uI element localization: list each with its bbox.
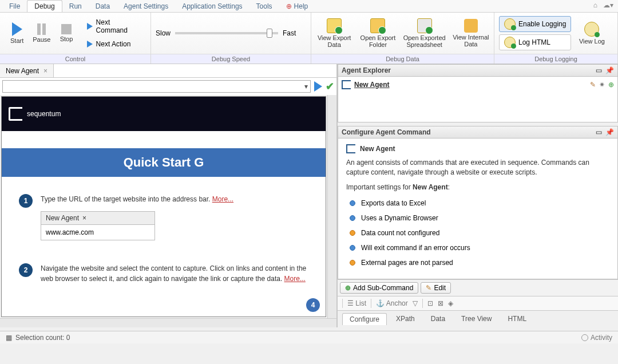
edit-icon: ✎ (426, 284, 431, 292)
step-1-badge: 1 (19, 194, 33, 208)
group-label: Control (0, 54, 150, 64)
data-icon (327, 18, 342, 33)
step-2-badge: 2 (19, 263, 33, 277)
edit-icon[interactable]: ✎ (590, 81, 596, 89)
quick-start-title: Quick Start G (2, 148, 326, 177)
chevron-down-icon[interactable]: ▾ (304, 82, 308, 90)
pin-icon[interactable]: 📌 (605, 66, 614, 74)
plus-icon: ⊕ (345, 284, 351, 292)
list-button[interactable]: ☰ List (347, 299, 366, 307)
config-bullet: Exports data to Excel (350, 196, 609, 211)
config-description: An agent consists of commands that are e… (346, 158, 609, 177)
gear-icon[interactable]: ✷ (599, 81, 605, 89)
group-label: Debug Logging (494, 54, 617, 64)
window-icon[interactable]: ▭ (596, 66, 602, 74)
agent-explorer-header: Agent Explorer ▭📌 (338, 64, 618, 77)
view-export-data-button[interactable]: View Export Data (316, 18, 352, 48)
menu-run[interactable]: Run (62, 1, 89, 12)
selection-icon: ▦ (6, 334, 12, 342)
bullet-icon (350, 245, 355, 251)
speed-slider[interactable] (175, 32, 278, 34)
address-bar[interactable]: ▾ (2, 80, 311, 93)
agent-icon (346, 144, 355, 153)
view-log-button[interactable]: View Log (576, 22, 608, 45)
edit-button[interactable]: ✎Edit (421, 282, 451, 294)
fast-label: Fast (283, 29, 296, 37)
tool-icon-2[interactable]: ⊠ (438, 299, 443, 307)
browser-view[interactable]: sequentum Quick Start G 1 Type the URL o… (1, 96, 326, 317)
menu-file[interactable]: File (2, 1, 27, 12)
target-icon[interactable]: ◈ (448, 299, 453, 307)
view-internal-data-button[interactable]: View Internal Data (453, 19, 489, 48)
ribbon: Start Pause Stop Next Command Next Actio… (0, 13, 618, 64)
menubar: File Debug Run Data Agent Settings Appli… (0, 0, 618, 13)
tab-new-agent[interactable]: New Agent× (0, 64, 54, 77)
pin-icon[interactable]: 📌 (605, 128, 614, 136)
step-4-badge: 4 (306, 298, 320, 312)
scrollbar-vertical[interactable] (327, 95, 336, 318)
tab-xpath[interactable]: XPath (389, 313, 422, 325)
open-exported-spreadsheet-button[interactable]: Open Exported Spreadsheet (403, 18, 446, 48)
gear-icon (464, 19, 478, 33)
menu-help[interactable]: ⊕Help (279, 1, 315, 12)
menu-data[interactable]: Data (89, 1, 117, 12)
pause-button[interactable]: Pause (29, 23, 54, 43)
start-button[interactable]: Start (5, 22, 29, 44)
more-link[interactable]: More... (284, 275, 306, 283)
menu-debug[interactable]: Debug (27, 0, 62, 12)
add-icon[interactable]: ⊕ (608, 81, 614, 89)
config-bullet: External pages are not parsed (350, 255, 609, 270)
selection-count: Selection count: 0 (15, 334, 70, 342)
log-html-button[interactable]: Log HTML (499, 34, 571, 50)
close-icon[interactable]: × (43, 67, 47, 75)
menu-tools[interactable]: Tools (249, 1, 279, 12)
activity-button[interactable]: Activity (581, 334, 612, 342)
folder-icon (370, 18, 385, 33)
tab-data[interactable]: Data (424, 313, 452, 325)
scrollbar-horizontal[interactable] (0, 318, 336, 327)
tab-tree-view[interactable]: Tree View (454, 313, 498, 325)
group-label: Debug Data (311, 54, 494, 64)
run-button[interactable] (314, 81, 322, 92)
enable-logging-button[interactable]: Enable Logging (499, 16, 571, 32)
tool-icon-1[interactable]: ⊡ (427, 299, 433, 307)
pause-icon (37, 23, 46, 35)
anchor-button[interactable]: ⚓ Anchor (376, 299, 408, 307)
menu-application-settings[interactable]: Application Settings (175, 1, 249, 12)
document-tabs: New Agent× (0, 64, 336, 78)
spreadsheet-icon (417, 18, 432, 33)
close-icon: × (82, 213, 86, 223)
play-icon (12, 22, 22, 36)
log-icon (504, 18, 516, 30)
tab-configure[interactable]: Configure (342, 313, 387, 325)
configure-agent-body: New Agent An agent consists of commands … (338, 139, 618, 279)
filter-icon[interactable]: ▽ (413, 299, 418, 307)
play-icon (87, 23, 93, 30)
tab-html[interactable]: HTML (501, 313, 533, 325)
config-tabs: ConfigureXPathDataTree ViewHTML (338, 310, 618, 327)
more-link[interactable]: More... (212, 195, 233, 203)
next-action-button[interactable]: Next Action (84, 39, 146, 49)
bullet-icon (350, 260, 355, 266)
step-2-text: Navigate the website and select the cont… (41, 263, 308, 284)
next-command-button[interactable]: Next Command (84, 17, 146, 35)
window-icon[interactable]: ▭ (596, 128, 602, 136)
check-icon[interactable]: ✔ (326, 80, 334, 93)
config-bullet: Will exit command if an error occurs (350, 240, 609, 255)
step-1-text: Type the URL of the target website into … (41, 194, 233, 240)
example-url-input (46, 228, 150, 236)
add-sub-command-button[interactable]: ⊕Add Sub-Command (340, 282, 418, 294)
caret-icon[interactable]: ⌂ (593, 1, 597, 9)
agent-icon (342, 80, 351, 89)
agent-tree-item[interactable]: New Agent (342, 80, 390, 89)
slow-label: Slow (156, 29, 171, 37)
cloud-icon[interactable]: ☁▾ (603, 1, 613, 9)
agent-explorer-body: New Agent ✎ ✷ ⊕ (338, 77, 618, 122)
sequentum-banner: sequentum (2, 97, 326, 131)
config-settings-label: Important settings for New Agent: (346, 183, 609, 191)
configure-agent-header: Configure Agent Command ▭📌 (338, 126, 618, 139)
menu-agent-settings[interactable]: Agent Settings (117, 1, 175, 12)
stop-button[interactable]: Stop (54, 24, 78, 42)
open-export-folder-button[interactable]: Open Export Folder (359, 18, 396, 48)
help-icon: ⊕ (286, 2, 292, 10)
